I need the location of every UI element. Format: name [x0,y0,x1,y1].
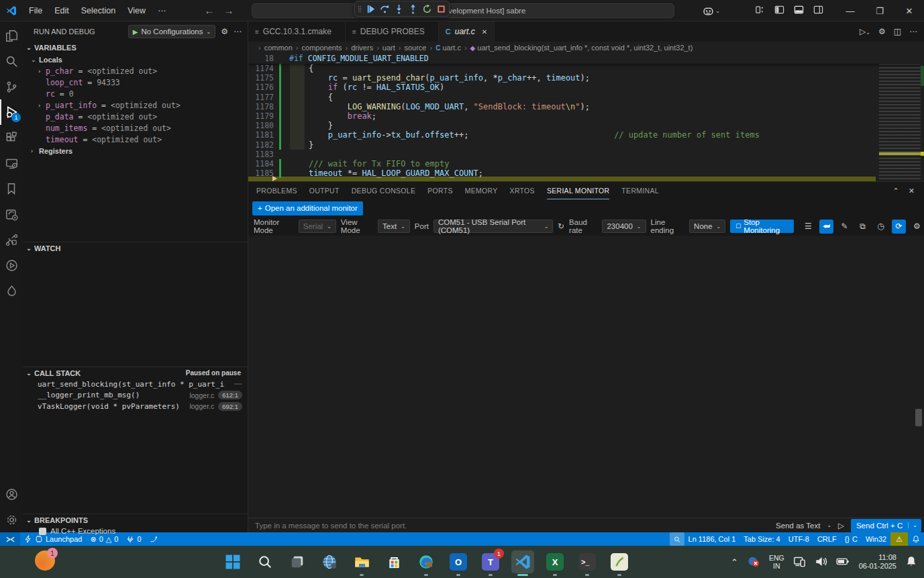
menu-more-icon[interactable]: ⋯ [152,3,172,18]
toggle-timestamp-icon[interactable]: ◷ [874,220,888,234]
serial-message-input[interactable]: Type in a message to send to the serial … [255,522,407,530]
pin-icon[interactable]: ✎ [837,220,852,234]
locals-group[interactable]: ⌄ Locals [23,54,248,65]
peripherals-icon[interactable] [0,227,23,252]
platform-indicator[interactable]: Win32 [862,532,890,546]
drag-handle-icon[interactable]: ⣿ [358,5,362,12]
explorer-icon[interactable] [0,23,23,48]
copilot-menu[interactable]: ⌄ [703,5,720,17]
variable-row[interactable]: › p_char = <optimized out> [23,65,248,77]
debug-continue-icon[interactable] [366,4,376,14]
variable-row[interactable]: num_items = <optimized out> [23,122,248,134]
line-number[interactable]: 1184 [248,159,279,168]
chat-app-icon[interactable]: 1 [35,550,55,571]
start-button-icon[interactable] [221,550,244,573]
clock[interactable]: 11:0806-01-2025 [859,553,896,571]
project-config-icon[interactable] [0,201,23,227]
task-view-icon[interactable] [286,550,309,573]
editor-more-actions-icon[interactable]: ⋯ [909,27,917,36]
notification-bell-icon[interactable] [905,555,917,569]
minimap[interactable] [879,54,921,181]
volume-icon[interactable] [815,555,827,569]
breadcrumb-item[interactable]: common [255,44,293,52]
breadcrumb-item[interactable]: uart [373,44,395,52]
menu-file[interactable]: File [23,3,48,18]
notepad-plus-plus-icon[interactable] [608,550,631,573]
window-minimize-button[interactable]: — [835,0,865,21]
monitor-settings-gear-icon[interactable]: ⚙ [910,220,924,234]
breakpoints-section-header[interactable]: ⌄ BREAKPOINTS [23,514,248,526]
line-number[interactable]: 1178 [248,102,279,111]
debug-settings-gear-icon[interactable]: ⚙ [221,27,228,36]
window-restore-button[interactable]: ❐ [865,0,894,21]
settings-gear-icon[interactable] [0,507,23,532]
clear-output-icon[interactable]: ☰ [801,220,815,234]
breakpoint-checkbox[interactable] [39,528,46,535]
editor-tab[interactable]: ≡ DEBUG PROBES [346,21,439,42]
panel-maximize-icon[interactable]: ⌃ [893,187,899,195]
line-number[interactable]: 1177 [248,93,279,102]
baud-rate-select[interactable]: 230400⌄ [602,220,646,233]
stack-frame-row[interactable]: vTaskLogger(void * pvParameters) logger.… [23,401,248,412]
cast-device-icon[interactable] [793,555,806,569]
line-ending-select[interactable]: None⌄ [689,220,725,233]
breadcrumb-item[interactable]: C uart.c [427,44,461,52]
zoom-indicator-icon[interactable] [670,532,684,546]
refresh-ports-icon[interactable]: ↻ [558,222,564,231]
tray-expand-chevron-icon[interactable]: ⌃ [731,557,738,567]
cursor-position[interactable]: Ln 1186, Col 1 [684,532,740,546]
command-center-search[interactable]: [Extension Development Host] sabre [252,3,674,18]
debug-restart-icon[interactable] [422,4,432,14]
send-ctrl-c-button[interactable]: Send Ctrl + C ⌄ [851,519,921,532]
variable-row[interactable]: p_data = <optimized out> [23,111,248,122]
source-control-icon[interactable] [0,74,23,99]
watch-section-header[interactable]: ⌄ WATCH [23,242,248,254]
panel-tab[interactable]: SERIAL MONITOR [547,182,609,199]
debug-stop-icon[interactable] [436,4,446,14]
line-number[interactable]: 1176 [248,83,279,92]
browser-globe-icon[interactable] [318,550,341,573]
debug-step-over-icon[interactable] [380,4,390,14]
language-mode[interactable]: {}C [841,532,862,546]
excel-icon[interactable]: X [544,550,566,573]
panel-tab[interactable]: XRTOS [510,182,535,199]
variables-section-header[interactable]: ⌄ VARIABLES [23,42,248,54]
registers-group[interactable]: › Registers [23,145,248,156]
line-number[interactable]: 1174 [248,64,279,73]
code-editor[interactable]: 18 #if CONFIG_MODULE_UART_ENABLED 1174 {… [248,54,924,181]
encoding-indicator[interactable]: UTF-8 [784,532,813,546]
menu-selection[interactable]: Selection [75,3,121,18]
edge-browser-icon[interactable] [415,550,438,573]
history-back-icon[interactable]: ← [205,5,215,16]
tab-close-icon[interactable]: ✕ [482,28,487,36]
call-stack-section-header[interactable]: ⌄ CALL STACK Paused on pause [23,367,248,379]
line-number[interactable]: 1182 [248,140,279,150]
bookmarks-icon[interactable] [0,176,23,201]
menu-edit[interactable]: Edit [48,3,75,18]
run-tasks-icon[interactable] [0,252,23,278]
toggle-sidebar-icon[interactable] [774,5,784,17]
line-number[interactable]: 1179 [248,111,279,121]
editor-settings-gear-icon[interactable]: ⚙ [878,27,886,36]
extensions-icon[interactable] [0,125,23,150]
file-explorer-icon[interactable] [350,550,373,573]
panel-tab[interactable]: PROBLEMS [256,182,297,199]
line-number[interactable]: 1175 [248,73,279,83]
breadcrumb-item[interactable]: source [395,44,427,52]
line-number[interactable]: 1181 [248,130,279,140]
variable-row[interactable]: timeout = <optimized out> [23,134,248,145]
search-icon[interactable] [0,48,23,74]
panel-tab[interactable]: TERMINAL [621,182,659,199]
history-forward-icon[interactable]: → [224,5,234,16]
remote-explorer-icon[interactable] [0,150,23,176]
tab-size-indicator[interactable]: Tab Size: 4 [739,532,784,546]
microsoft-store-icon[interactable] [382,550,405,573]
run-and-debug-icon[interactable]: 1 [0,99,23,125]
eol-indicator[interactable]: CRLF [813,532,841,546]
sidebar-more-actions-icon[interactable]: ⋯ [234,27,242,36]
remote-indicator[interactable] [0,532,20,546]
panel-tab[interactable]: OUTPUT [309,182,340,199]
onedrive-sync-error-icon[interactable] [747,555,760,569]
account-icon[interactable] [0,481,23,507]
breadcrumb-item[interactable]: ◆ uart_send_blocking(st_uart_info *, con… [461,44,692,52]
